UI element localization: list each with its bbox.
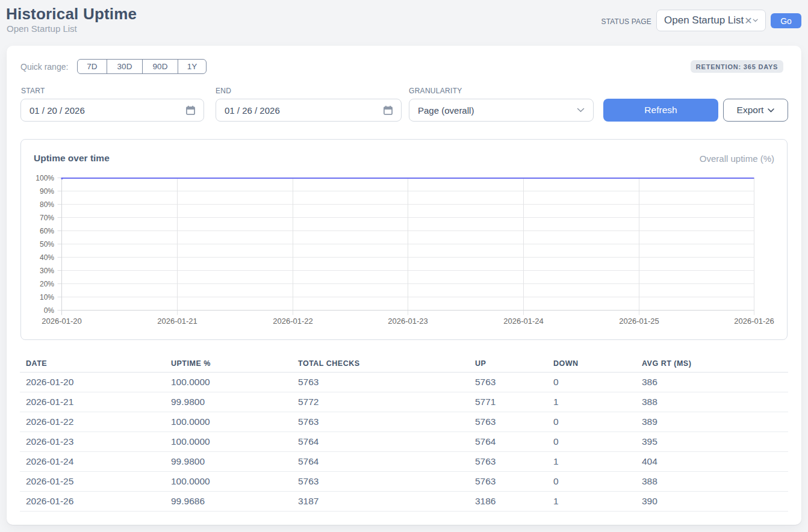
- svg-text:10%: 10%: [40, 293, 54, 302]
- svg-text:20%: 20%: [40, 280, 54, 288]
- svg-text:40%: 40%: [40, 253, 54, 262]
- svg-text:0%: 0%: [44, 306, 55, 315]
- svg-text:60%: 60%: [40, 227, 54, 235]
- svg-text:2026-01-24: 2026-01-24: [503, 317, 544, 326]
- svg-text:2026-01-20: 2026-01-20: [42, 317, 82, 326]
- svg-text:50%: 50%: [40, 240, 54, 249]
- svg-text:30%: 30%: [40, 267, 54, 275]
- svg-text:100%: 100%: [36, 174, 54, 182]
- svg-text:2026-01-26: 2026-01-26: [734, 317, 774, 326]
- svg-text:2026-01-22: 2026-01-22: [273, 317, 313, 326]
- svg-text:70%: 70%: [40, 214, 54, 222]
- svg-text:90%: 90%: [40, 187, 54, 196]
- svg-text:2026-01-25: 2026-01-25: [619, 317, 659, 326]
- svg-text:80%: 80%: [40, 200, 54, 209]
- svg-text:2026-01-21: 2026-01-21: [157, 317, 197, 326]
- svg-text:2026-01-23: 2026-01-23: [388, 317, 428, 326]
